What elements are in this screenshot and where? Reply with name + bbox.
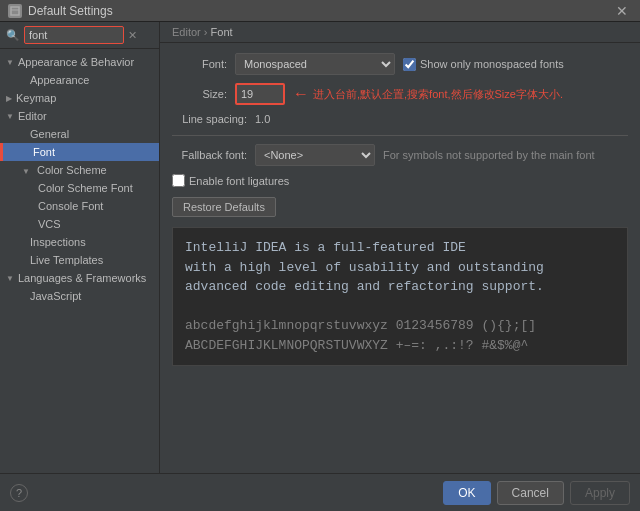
preview-line-1: IntelliJ IDEA is a full-featured IDE: [185, 238, 615, 258]
line-spacing-row: Line spacing: 1.0: [172, 113, 628, 125]
settings-panel: Font: Monospaced Show only monospaced fo…: [160, 43, 640, 473]
preview-line-5: abcdefghijklmnopqrstuvwxyz 0123456789 ()…: [185, 316, 615, 336]
sidebar-item-live-templates[interactable]: Live Templates: [0, 251, 159, 269]
size-input[interactable]: [235, 83, 285, 105]
sidebar-item-console-font[interactable]: Console Font: [0, 197, 159, 215]
line-spacing-label: Line spacing:: [172, 113, 247, 125]
search-clear-icon[interactable]: ✕: [128, 29, 137, 42]
sidebar-item-editor[interactable]: ▼ Editor: [0, 107, 159, 125]
title-bar: Default Settings ✕: [0, 0, 640, 22]
help-button[interactable]: ?: [10, 484, 28, 502]
line-spacing-value: 1.0: [255, 113, 270, 125]
sidebar-item-font[interactable]: Font: [0, 143, 159, 161]
arrow-icon: ←: [293, 85, 309, 103]
sidebar-item-label: Console Font: [38, 200, 103, 212]
sidebar-item-general[interactable]: General: [0, 125, 159, 143]
apply-button[interactable]: Apply: [570, 481, 630, 505]
svg-rect-0: [11, 7, 19, 15]
annotation: ← 进入台前,默认企置,搜索font,然后修改Size字体大小.: [293, 85, 563, 103]
breadcrumb-current: Font: [211, 26, 233, 38]
search-bar: 🔍 ✕: [0, 22, 159, 49]
monospaced-checkbox[interactable]: [403, 58, 416, 71]
sidebar-item-label: Languages & Frameworks: [18, 272, 146, 284]
preview-line-4: [185, 297, 615, 317]
sidebar-item-label: General: [30, 128, 69, 140]
fallback-select[interactable]: <None>: [255, 144, 375, 166]
preview-line-2: with a high level of usability and outst…: [185, 258, 615, 278]
font-label: Font:: [172, 58, 227, 70]
expand-icon: ▼: [6, 58, 14, 67]
expand-icon: ▼: [6, 112, 14, 121]
sidebar-item-label: Live Templates: [30, 254, 103, 266]
breadcrumb-path: Editor: [172, 26, 201, 38]
search-input[interactable]: [24, 26, 124, 44]
ligatures-label: Enable font ligatures: [189, 175, 289, 187]
sidebar-item-label: Appearance: [30, 74, 89, 86]
sidebar-item-label: Font: [33, 146, 55, 158]
sidebar-item-label: JavaScript: [30, 290, 81, 302]
sidebar-item-label: Color Scheme: [37, 164, 107, 176]
sidebar-item-label: Editor: [18, 110, 47, 122]
bottom-bar: ? OK Cancel Apply: [0, 473, 640, 511]
dialog-title: Default Settings: [28, 4, 113, 18]
content-area: Editor › Font Font: Monospaced Show only…: [160, 22, 640, 473]
sidebar-item-keymap[interactable]: ▶ Keymap: [0, 89, 159, 107]
fallback-label: Fallback font:: [172, 149, 247, 161]
fallback-font-row: Fallback font: <None> For symbols not su…: [172, 144, 628, 166]
annotation-text: 进入台前,默认企置,搜索font,然后修改Size字体大小.: [313, 87, 563, 102]
ok-button[interactable]: OK: [443, 481, 490, 505]
close-button[interactable]: ✕: [612, 3, 632, 19]
sidebar-item-label: Keymap: [16, 92, 56, 104]
ligatures-checkbox-label[interactable]: Enable font ligatures: [172, 174, 289, 187]
font-row: Font: Monospaced Show only monospaced fo…: [172, 53, 628, 75]
sidebar-item-label: Color Scheme Font: [38, 182, 133, 194]
monospaced-label: Show only monospaced fonts: [420, 58, 564, 70]
sidebar-item-label: Inspections: [30, 236, 86, 248]
sidebar-item-appearance-behavior[interactable]: ▼ Appearance & Behavior: [0, 53, 159, 71]
monospaced-checkbox-label[interactable]: Show only monospaced fonts: [403, 58, 564, 71]
app-icon: [8, 4, 22, 18]
ligatures-row: Enable font ligatures: [172, 174, 628, 187]
preview-area: IntelliJ IDEA is a full-featured IDE wit…: [172, 227, 628, 366]
sidebar-item-vcs[interactable]: VCS: [0, 215, 159, 233]
search-icon: 🔍: [6, 29, 20, 42]
fallback-note: For symbols not supported by the main fo…: [383, 149, 595, 161]
sidebar-item-label: VCS: [38, 218, 61, 230]
font-select[interactable]: Monospaced: [235, 53, 395, 75]
expand-icon: ▼: [22, 167, 30, 176]
sidebar-item-javascript[interactable]: JavaScript: [0, 287, 159, 305]
breadcrumb: Editor › Font: [160, 22, 640, 43]
size-label: Size:: [172, 88, 227, 100]
expand-icon: ▼: [6, 274, 14, 283]
cancel-button[interactable]: Cancel: [497, 481, 564, 505]
sidebar-item-inspections[interactable]: Inspections: [0, 233, 159, 251]
sidebar-item-label: Appearance & Behavior: [18, 56, 134, 68]
size-row: Size: ← 进入台前,默认企置,搜索font,然后修改Size字体大小.: [172, 83, 628, 105]
sidebar-item-languages[interactable]: ▼ Languages & Frameworks: [0, 269, 159, 287]
sidebar-item-appearance[interactable]: Appearance: [0, 71, 159, 89]
preview-line-6: ABCDEFGHIJKLMNOPQRSTUVWXYZ +–=: ,.:!? #&…: [185, 336, 615, 356]
expand-icon: ▶: [6, 94, 12, 103]
sidebar: 🔍 ✕ ▼ Appearance & Behavior Appearance ▶…: [0, 22, 160, 473]
sidebar-item-color-scheme-font[interactable]: Color Scheme Font: [0, 179, 159, 197]
ligatures-checkbox[interactable]: [172, 174, 185, 187]
sidebar-item-color-scheme[interactable]: ▼ Color Scheme: [0, 161, 159, 179]
separator: [172, 135, 628, 136]
breadcrumb-separator: ›: [204, 26, 211, 38]
preview-line-3: advanced code editing and refactoring su…: [185, 277, 615, 297]
restore-defaults-button[interactable]: Restore Defaults: [172, 197, 276, 217]
